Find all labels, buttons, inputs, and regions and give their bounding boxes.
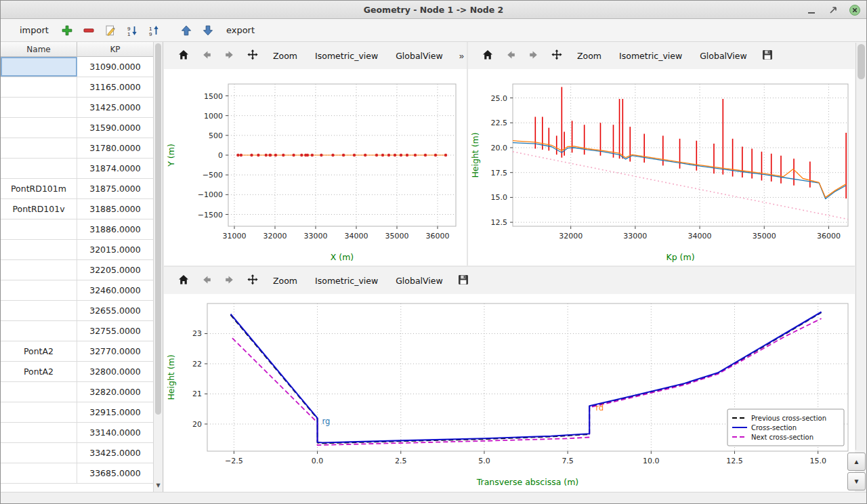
table-row[interactable]: 31425.0000: [1, 98, 153, 118]
name-cell[interactable]: [1, 98, 77, 117]
cross-section-chart[interactable]: −2.50.02.55.07.510.012.515.020212223rgrd…: [164, 294, 855, 490]
name-cell[interactable]: [1, 402, 77, 422]
long-profile-chart[interactable]: 320003300034000350003600012.515.017.520.…: [468, 69, 855, 266]
add-section-button[interactable]: [58, 22, 76, 39]
back-button[interactable]: [501, 45, 521, 66]
kp-cell[interactable]: 31874.0000: [77, 159, 153, 178]
import-button[interactable]: import: [14, 25, 54, 35]
kp-cell[interactable]: 31885.0000: [77, 199, 153, 219]
table-row[interactable]: 31090.0000: [1, 57, 153, 77]
name-cell[interactable]: [1, 159, 77, 178]
kp-cell[interactable]: 31090.0000: [77, 57, 153, 77]
kp-cell[interactable]: 32800.0000: [77, 362, 153, 381]
home-button[interactable]: [478, 45, 498, 66]
scroll-up-button[interactable]: ▲: [847, 453, 866, 471]
name-cell[interactable]: PontA2: [1, 341, 77, 361]
kp-cell[interactable]: 32755.0000: [77, 321, 153, 341]
table-scrollbar[interactable]: ▼: [153, 42, 163, 492]
column-header-name[interactable]: Name: [1, 42, 77, 56]
kp-cell[interactable]: 32460.0000: [77, 280, 153, 300]
table-row[interactable]: 31590.0000: [1, 118, 153, 138]
global-view-button[interactable]: GlobalView: [692, 47, 755, 64]
table-scrollbar-thumb[interactable]: [155, 43, 161, 415]
save-button[interactable]: [757, 45, 778, 66]
name-cell[interactable]: [1, 443, 77, 463]
name-cell[interactable]: [1, 321, 77, 341]
name-cell[interactable]: [1, 280, 77, 300]
table-row[interactable]: PontA232770.0000: [1, 341, 153, 362]
kp-cell[interactable]: 31590.0000: [77, 118, 153, 138]
kp-cell[interactable]: 31165.0000: [77, 77, 153, 97]
kp-cell[interactable]: 31875.0000: [77, 179, 153, 198]
table-row[interactable]: 31165.0000: [1, 77, 153, 98]
kp-cell[interactable]: 32205.0000: [77, 260, 153, 280]
table-row[interactable]: 32655.0000: [1, 301, 153, 321]
pan-button[interactable]: [242, 45, 263, 66]
kp-cell[interactable]: 32655.0000: [77, 301, 153, 320]
edit-section-button[interactable]: [102, 22, 119, 39]
toolbar-overflow-button[interactable]: »: [459, 51, 464, 61]
pan-button[interactable]: [547, 45, 567, 66]
forward-button[interactable]: [524, 45, 544, 66]
home-button[interactable]: [173, 270, 194, 291]
name-cell[interactable]: [1, 260, 77, 280]
isometric-view-button[interactable]: Isometric_view: [308, 47, 385, 64]
save-button[interactable]: [453, 270, 473, 291]
name-cell[interactable]: PontRD101v: [1, 199, 77, 219]
table-row[interactable]: 32205.0000: [1, 260, 153, 280]
home-button[interactable]: [173, 45, 194, 66]
sort-descending-button[interactable]: 91: [123, 22, 141, 39]
column-header-kp[interactable]: KP: [77, 42, 153, 56]
table-row[interactable]: 32755.0000: [1, 321, 153, 341]
table-row[interactable]: 32915.0000: [1, 402, 153, 423]
table-row[interactable]: 33425.0000: [1, 443, 153, 463]
zoom-button[interactable]: Zoom: [570, 47, 609, 64]
remove-section-button[interactable]: [80, 22, 98, 39]
forward-button[interactable]: [219, 270, 240, 291]
name-cell[interactable]: [1, 118, 77, 138]
forward-button[interactable]: [219, 45, 240, 66]
name-cell[interactable]: [1, 138, 77, 158]
isometric-view-button[interactable]: Isometric_view: [308, 272, 385, 289]
pan-button[interactable]: [242, 270, 263, 291]
plan-view-chart[interactable]: 310003200033000340003500036000−1500−1000…: [164, 69, 467, 266]
export-button[interactable]: export: [221, 25, 260, 35]
table-row[interactable]: PontRD101m31875.0000: [1, 179, 153, 199]
back-button[interactable]: [196, 270, 217, 291]
kp-cell[interactable]: 32770.0000: [77, 341, 153, 361]
kp-cell[interactable]: 32915.0000: [77, 402, 153, 422]
name-cell[interactable]: [1, 240, 77, 259]
minimize-button[interactable]: [805, 4, 818, 16]
table-row[interactable]: 32460.0000: [1, 280, 153, 301]
sort-ascending-button[interactable]: 19: [145, 22, 163, 39]
window-scrollbar-thumb[interactable]: [858, 44, 865, 79]
name-cell[interactable]: [1, 463, 77, 483]
kp-cell[interactable]: 33140.0000: [77, 423, 153, 442]
kp-cell[interactable]: 33685.0000: [77, 463, 153, 483]
name-cell[interactable]: PontA2: [1, 362, 77, 381]
kp-cell[interactable]: 31425.0000: [77, 98, 153, 117]
table-row[interactable]: 31886.0000: [1, 219, 153, 240]
kp-cell[interactable]: 33425.0000: [77, 443, 153, 463]
kp-cell[interactable]: 32820.0000: [77, 382, 153, 402]
move-up-button[interactable]: [177, 22, 195, 39]
table-row[interactable]: 32015.0000: [1, 240, 153, 260]
table-row[interactable]: PontRD101v31885.0000: [1, 199, 153, 219]
table-row[interactable]: PontA232800.0000: [1, 362, 153, 382]
name-cell[interactable]: [1, 423, 77, 442]
move-down-button[interactable]: [199, 22, 217, 39]
global-view-button[interactable]: GlobalView: [388, 272, 450, 289]
scroll-down-button[interactable]: ▼: [847, 472, 866, 490]
name-cell[interactable]: PontRD101m: [1, 179, 77, 198]
window-scrollbar[interactable]: [855, 43, 866, 450]
back-button[interactable]: [196, 45, 217, 66]
name-cell[interactable]: [1, 301, 77, 320]
table-row[interactable]: 32820.0000: [1, 382, 153, 402]
table-row[interactable]: 31780.0000: [1, 138, 153, 159]
zoom-button[interactable]: Zoom: [266, 272, 305, 289]
table-row[interactable]: 31874.0000: [1, 159, 153, 179]
name-cell[interactable]: [1, 77, 77, 97]
kp-cell[interactable]: 31886.0000: [77, 219, 153, 239]
titlebar[interactable]: Geometry - Node 1 -> Node 2: [1, 1, 866, 19]
table-row[interactable]: 33140.0000: [1, 423, 153, 443]
